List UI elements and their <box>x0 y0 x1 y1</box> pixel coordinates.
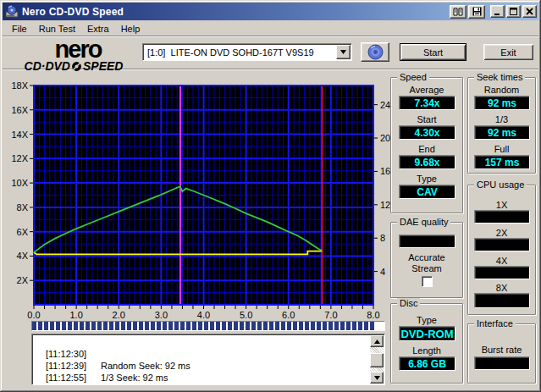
log-line: [11:12:30] Random Seek: 92 ms <box>32 336 371 348</box>
menu-bar: File Run Test Extra Help <box>3 21 538 36</box>
svg-text:20: 20 <box>380 133 390 143</box>
title-bar[interactable]: Nero CD-DVD Speed <box>3 3 538 20</box>
svg-text:1.0: 1.0 <box>69 310 82 320</box>
scroll-up-icon <box>374 340 380 344</box>
log-line: [11:12:55] Full Seek: 157 ms <box>32 360 371 372</box>
scroll-down-icon <box>374 376 380 380</box>
scroll-down-button[interactable] <box>370 372 384 384</box>
cpu-4x-value <box>474 266 530 279</box>
drive-selector[interactable]: [1:0] LITE-ON DVD SOHD-167T V9S19 <box>142 43 352 61</box>
svg-text:8: 8 <box>380 233 385 243</box>
logo-cddvd: CD·DVD <box>25 60 70 72</box>
svg-text:8X: 8X <box>17 202 29 213</box>
drive-selector-dropdown-button[interactable] <box>336 45 351 59</box>
start-button-label: Start <box>423 47 443 58</box>
cpu-1x-label: 1X <box>468 200 535 210</box>
scroll-up-button[interactable] <box>370 335 384 347</box>
seek-full-value: 157 ms <box>474 155 530 169</box>
cpu-2x-label: 2X <box>468 228 535 238</box>
svg-text:2X: 2X <box>17 275 29 285</box>
disc-length-value: 6.86 GB <box>399 356 455 371</box>
cpu-4x-label: 4X <box>468 256 535 266</box>
log-line: [11:12:39] 1/3 Seek: 92 ms <box>32 348 371 360</box>
seek-third-label: 1/3 <box>468 114 535 124</box>
svg-text:16: 16 <box>380 166 390 176</box>
speed-type-label: Type <box>391 174 462 184</box>
log-listbox[interactable]: [11:12:30] Random Seek: 92 ms [11:12:39]… <box>31 334 385 385</box>
interface-group: Interface Burst rate <box>467 323 536 384</box>
save-button[interactable] <box>468 5 485 19</box>
menu-extra[interactable]: Extra <box>81 22 115 36</box>
svg-text:8.0: 8.0 <box>367 310 379 320</box>
seek-full-label: Full <box>468 144 535 154</box>
disc-group: Disc Type DVD-ROM Length 6.86 GB <box>390 303 463 384</box>
scrollbar-thumb[interactable] <box>370 353 384 367</box>
menu-run-test[interactable]: Run Test <box>33 22 81 36</box>
menu-file[interactable]: File <box>6 22 33 36</box>
interface-group-title: Interface <box>474 318 516 329</box>
accurate-stream-checkbox[interactable] <box>422 276 433 287</box>
svg-text:4X: 4X <box>17 251 29 261</box>
start-button[interactable]: Start <box>400 43 466 61</box>
svg-text:4.0: 4.0 <box>197 310 210 320</box>
seek-random-label: Random <box>468 85 535 95</box>
speed-average-value: 7.34x <box>399 96 455 110</box>
log-time: [11:12:55] <box>46 384 86 385</box>
minimize-button[interactable] <box>490 5 505 18</box>
test-progress-fill <box>32 322 374 330</box>
app-cd-drive-icon <box>5 5 19 19</box>
cpu-8x-label: 8X <box>468 283 535 293</box>
svg-text:12X: 12X <box>11 153 28 163</box>
log-line: [11:12:55] Elapsed Time: 0:34 <box>32 372 371 384</box>
svg-text:0.0: 0.0 <box>27 310 40 320</box>
burst-rate-value <box>474 356 530 370</box>
log-text: Full Seek: 157 ms <box>101 384 175 385</box>
maximize-button[interactable] <box>506 5 521 18</box>
svg-text:6.0: 6.0 <box>282 310 295 320</box>
disc-group-title: Disc <box>397 298 420 308</box>
svg-text:4: 4 <box>380 267 385 277</box>
speed-average-label: Average <box>391 85 462 95</box>
accurate-stream-label-2: Stream <box>391 263 462 273</box>
dae-quality-value <box>399 235 455 248</box>
logo-disc-icon <box>71 61 82 72</box>
drive-selector-value: [1:0] LITE-ON DVD SOHD-167T V9S19 <box>143 47 335 58</box>
close-button[interactable] <box>522 5 537 18</box>
speed-chart: 2X4X6X8X10X12X14X16X18X48121620240.01.02… <box>0 76 406 323</box>
disc-length-label: Length <box>391 345 462 356</box>
svg-text:2.0: 2.0 <box>113 310 125 320</box>
compare-icon <box>453 8 463 16</box>
logo-speed: SPEED <box>83 60 123 72</box>
speed-end-value: 9.68x <box>399 155 455 169</box>
minimize-icon <box>494 8 501 15</box>
cpu-8x-value <box>474 293 530 308</box>
cd-disc-icon <box>367 44 384 60</box>
svg-text:16X: 16X <box>11 105 28 115</box>
svg-text:14X: 14X <box>11 130 28 140</box>
nero-logo: nero CD·DVD SPEED <box>14 37 133 72</box>
toolbar: nero CD·DVD SPEED [1:0] LITE-ON DVD SOHD… <box>3 37 538 69</box>
exit-button-label: Exit <box>500 47 516 58</box>
cpu-2x-value <box>474 238 530 251</box>
compare-button[interactable] <box>450 5 466 19</box>
cddvdspeed-logo-text: CD·DVD SPEED <box>14 60 133 72</box>
svg-text:7.0: 7.0 <box>324 310 337 320</box>
speed-start-value: 4.30x <box>399 125 455 140</box>
svg-text:6X: 6X <box>17 227 29 237</box>
svg-text:5.0: 5.0 <box>240 310 252 320</box>
disc-type-value: DVD-ROM <box>399 326 455 341</box>
menu-help[interactable]: Help <box>115 22 146 36</box>
log-lines: [11:12:30] Random Seek: 92 ms [11:12:39]… <box>32 336 371 384</box>
disc-info-button[interactable] <box>361 42 389 62</box>
svg-text:24: 24 <box>380 100 390 110</box>
save-icon <box>472 7 482 16</box>
speed-group: Speed Average 7.34x Start 4.30x End 9.68… <box>390 77 463 213</box>
seek-third-value: 92 ms <box>474 125 530 140</box>
exit-button[interactable]: Exit <box>483 43 534 61</box>
accurate-stream-label-1: Accurate <box>391 252 462 262</box>
speed-type-value: CAV <box>399 185 455 199</box>
disc-type-label: Type <box>391 315 462 325</box>
close-icon <box>526 8 533 15</box>
log-scrollbar[interactable] <box>370 335 384 384</box>
svg-text:3.0: 3.0 <box>155 310 168 320</box>
